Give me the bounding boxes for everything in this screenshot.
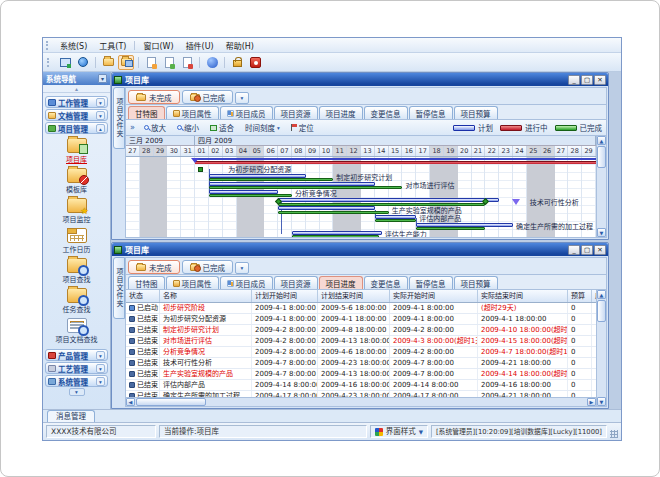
expand-icon[interactable]: ▾ <box>96 364 105 373</box>
sidebar-item-0[interactable]: 项目库 <box>45 136 108 166</box>
scroll-down-button[interactable]: ▼ <box>597 397 606 406</box>
sidebar-item-2[interactable]: 项目监控 <box>45 196 108 226</box>
subtab-members[interactable]: 项目成员 <box>220 106 273 119</box>
mail-open-icon[interactable] <box>161 55 177 70</box>
subtab-resources[interactable]: 项目资源 <box>274 276 318 289</box>
sidebar-section-projects[interactable]: 项目管理▴ <box>45 122 108 134</box>
sidebar-item-6[interactable]: 项目文档查找 <box>45 316 108 346</box>
maximize-button[interactable]: ▢ <box>581 245 593 255</box>
globe-icon[interactable] <box>75 55 91 70</box>
menubar-grip[interactable] <box>46 41 49 50</box>
window-titlebar[interactable]: 项目库 _ ▢ ✕ <box>112 73 608 86</box>
table-row[interactable]: 已结束技术可行性分析2009-4-7 8:00:002009-4-23 18:0… <box>126 358 596 369</box>
column-header-0[interactable]: 状态 <box>126 290 160 302</box>
tab-overflow-button[interactable]: ▾ <box>235 262 249 274</box>
tab-project-folder[interactable]: 项目文件夹 <box>113 257 125 319</box>
fit-button[interactable]: 适合 <box>206 120 238 135</box>
zoom-in-button[interactable]: 放大 <box>140 120 170 135</box>
sidebar-section-documents[interactable]: 文档管理▾ <box>45 109 108 121</box>
subtab-progress[interactable]: 项目进度 <box>319 276 363 289</box>
table-row[interactable]: 已启动初步研究阶段2009-4-1 8:00:002009-5-6 18:00:… <box>126 303 596 314</box>
collapse-icon[interactable]: ▴ <box>96 124 105 133</box>
expand-icon[interactable]: ▾ <box>96 351 105 360</box>
tab-finished[interactable]: 已完成 <box>182 90 234 104</box>
table-row[interactable]: 已结束生产实验室规模的产品2009-4-7 8:00:002009-4-13 1… <box>126 369 596 380</box>
system-monitor-icon[interactable] <box>57 55 73 70</box>
sidebar-item-3[interactable]: 工作日历 <box>45 226 108 256</box>
menu-window[interactable]: 窗口(W) <box>137 40 179 51</box>
scroll-thumb[interactable] <box>597 300 606 322</box>
subtab-gantt[interactable]: 甘特图 <box>128 106 165 119</box>
column-header-5[interactable]: 实际结束时间 <box>478 290 568 302</box>
column-header-4[interactable]: 实际开始时间 <box>390 290 478 302</box>
scroll-right-button[interactable]: ▶ <box>587 398 596 406</box>
tab-unfinished[interactable]: 未完成 <box>128 260 180 274</box>
toolbar-grip[interactable] <box>47 58 50 67</box>
table-row[interactable]: 已结束制定初步研究计划2009-4-2 8:00:002009-4-8 18:0… <box>126 325 596 336</box>
close-button[interactable]: ✕ <box>594 245 606 255</box>
menu-tools[interactable]: 工具(T) <box>93 40 132 51</box>
subtab-changes[interactable]: 变更信息 <box>364 106 408 119</box>
sidebar-section-products[interactable]: 产品管理▾ <box>45 349 108 361</box>
subtab-progress[interactable]: 项目进度 <box>319 106 363 119</box>
menu-plugins[interactable]: 插件(U) <box>180 40 220 51</box>
mail-delete-icon[interactable] <box>179 55 195 70</box>
scroll-thumb[interactable] <box>597 146 606 168</box>
subtab-properties[interactable]: 项目属性 <box>166 106 219 119</box>
column-header-3[interactable]: 计划结束时间 <box>318 290 390 302</box>
sidebar-item-5[interactable]: 任务查找 <box>45 286 108 316</box>
zoom-out-button[interactable]: 缩小 <box>173 120 203 135</box>
column-header-2[interactable]: 计划开始时间 <box>252 290 318 302</box>
subtab-changes[interactable]: 变更信息 <box>364 276 408 289</box>
scroll-thumb[interactable] <box>136 398 206 406</box>
sidebar-pin-button[interactable]: ▾ <box>98 74 107 83</box>
save-layout-icon[interactable] <box>118 55 134 70</box>
subtab-budget[interactable]: 项目预算 <box>454 106 498 119</box>
tab-overflow-button[interactable]: ▾ <box>235 92 249 104</box>
sidebar-section-system[interactable]: 系统管理▾ <box>45 375 108 387</box>
toolbar-more-chevron[interactable]: » <box>130 123 135 132</box>
sidebar-section-craft[interactable]: 工艺管理▾ <box>45 362 108 374</box>
subtab-gantt[interactable]: 甘特图 <box>128 276 165 289</box>
sidebar-item-1[interactable]: 模板库 <box>45 166 108 196</box>
subtab-budget[interactable]: 项目预算 <box>454 276 498 289</box>
minimize-button[interactable]: _ <box>568 245 580 255</box>
expand-icon[interactable]: ▾ <box>96 377 105 386</box>
scroll-down-button[interactable]: ▼ <box>597 228 606 237</box>
locate-button[interactable]: 定位 <box>287 120 318 135</box>
expand-icon[interactable]: ▾ <box>96 98 105 107</box>
ui-style-dropdown[interactable]: 界面样式 ▼ <box>370 425 428 438</box>
window-titlebar[interactable]: 项目库 _ ▢ ✕ <box>112 243 608 256</box>
menu-help[interactable]: 帮助(H) <box>220 40 260 51</box>
resize-grip[interactable] <box>610 430 618 438</box>
folder-icon[interactable] <box>100 55 116 70</box>
column-header-6[interactable]: 预算 <box>568 290 592 302</box>
timescale-button[interactable]: 时间刻度▾ <box>241 120 284 135</box>
sidebar-item-4[interactable]: 项目查找 <box>45 256 108 286</box>
subtab-properties[interactable]: 项目属性 <box>166 276 219 289</box>
tab-project-folder[interactable]: 项目文件夹 <box>113 87 125 149</box>
help-icon[interactable] <box>204 55 220 70</box>
subtab-pause[interactable]: 暂停信息 <box>409 276 453 289</box>
scroll-left-button[interactable]: ◀ <box>126 398 135 406</box>
tab-finished[interactable]: 已完成 <box>182 260 234 274</box>
subtab-pause[interactable]: 暂停信息 <box>409 106 453 119</box>
sidebar-more-button[interactable]: ▾ <box>69 388 85 396</box>
exit-icon[interactable] <box>247 55 263 70</box>
mail-new-icon[interactable] <box>143 55 159 70</box>
subtab-resources[interactable]: 项目资源 <box>274 106 318 119</box>
maximize-button[interactable]: ▢ <box>581 75 593 85</box>
tab-unfinished[interactable]: 未完成 <box>128 90 180 104</box>
table-row[interactable]: 已结束对市场进行评估2009-4-2 8:00:002009-4-13 18:0… <box>126 336 596 347</box>
subtab-members[interactable]: 项目成员 <box>220 276 273 289</box>
expand-icon[interactable]: ▾ <box>96 111 105 120</box>
table-row[interactable]: 已结束分析竞争情况2009-4-2 8:00:002009-4-6 18:00:… <box>126 347 596 358</box>
minimize-button[interactable]: _ <box>568 75 580 85</box>
sidebar-section-work[interactable]: 工作管理▾ <box>45 96 108 108</box>
scroll-up-button[interactable]: ▲ <box>597 136 606 145</box>
lock-icon[interactable] <box>229 55 245 70</box>
column-header-1[interactable]: 名称 <box>160 290 252 302</box>
tab-message-management[interactable]: 消息管理 <box>47 410 95 422</box>
sidebar-collapse-button[interactable]: ▴ <box>43 85 110 93</box>
menu-system[interactable]: 系统(S) <box>54 40 93 51</box>
